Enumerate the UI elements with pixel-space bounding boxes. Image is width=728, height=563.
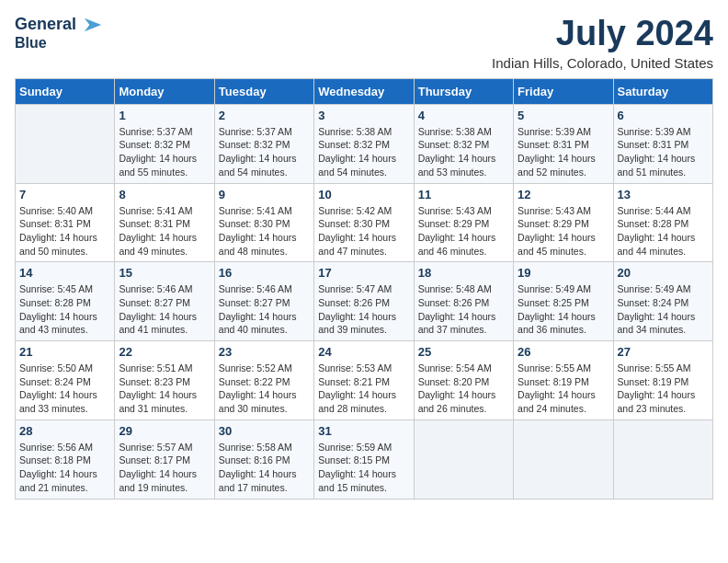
day-number: 29: [119, 424, 210, 438]
calendar-cell: 4Sunrise: 5:38 AM Sunset: 8:32 PM Daylig…: [414, 104, 513, 183]
day-number: 30: [219, 424, 310, 438]
day-number: 24: [318, 345, 409, 359]
calendar-cell: 18Sunrise: 5:48 AM Sunset: 8:26 PM Dayli…: [414, 262, 513, 341]
calendar-cell: 1Sunrise: 5:37 AM Sunset: 8:32 PM Daylig…: [115, 104, 214, 183]
day-number: 1: [119, 109, 210, 122]
calendar-cell: 2Sunrise: 5:37 AM Sunset: 8:32 PM Daylig…: [214, 104, 313, 183]
calendar-week-row: 1Sunrise: 5:37 AM Sunset: 8:32 PM Daylig…: [16, 104, 713, 183]
calendar-cell: 16Sunrise: 5:46 AM Sunset: 8:27 PM Dayli…: [214, 262, 313, 341]
day-info: Sunrise: 5:49 AM Sunset: 8:25 PM Dayligh…: [518, 282, 609, 337]
day-number: 8: [119, 188, 210, 201]
calendar-cell: [414, 419, 513, 499]
calendar-cell: 11Sunrise: 5:43 AM Sunset: 8:29 PM Dayli…: [414, 183, 513, 262]
calendar-week-row: 7Sunrise: 5:40 AM Sunset: 8:31 PM Daylig…: [16, 183, 713, 262]
day-info: Sunrise: 5:41 AM Sunset: 8:31 PM Dayligh…: [119, 204, 210, 259]
day-info: Sunrise: 5:45 AM Sunset: 8:28 PM Dayligh…: [19, 282, 110, 337]
day-info: Sunrise: 5:59 AM Sunset: 8:15 PM Dayligh…: [318, 441, 409, 495]
day-number: 4: [418, 109, 509, 122]
day-info: Sunrise: 5:47 AM Sunset: 8:26 PM Dayligh…: [318, 282, 409, 337]
day-number: 7: [19, 188, 110, 201]
day-info: Sunrise: 5:43 AM Sunset: 8:29 PM Dayligh…: [418, 204, 509, 259]
calendar-cell: 21Sunrise: 5:50 AM Sunset: 8:24 PM Dayli…: [16, 341, 115, 420]
day-number: 20: [618, 266, 709, 280]
calendar-cell: [16, 104, 115, 183]
calendar-cell: 13Sunrise: 5:44 AM Sunset: 8:28 PM Dayli…: [613, 183, 712, 262]
col-header-friday: Friday: [514, 78, 613, 104]
col-header-saturday: Saturday: [613, 78, 712, 104]
day-info: Sunrise: 5:54 AM Sunset: 8:20 PM Dayligh…: [418, 362, 509, 416]
calendar-cell: 3Sunrise: 5:38 AM Sunset: 8:32 PM Daylig…: [314, 104, 414, 183]
day-info: Sunrise: 5:46 AM Sunset: 8:27 PM Dayligh…: [119, 282, 210, 337]
day-info: Sunrise: 5:38 AM Sunset: 8:32 PM Dayligh…: [418, 125, 509, 179]
day-info: Sunrise: 5:37 AM Sunset: 8:32 PM Dayligh…: [119, 125, 210, 179]
day-number: 27: [618, 345, 709, 359]
logo-icon: [83, 15, 103, 35]
col-header-tuesday: Tuesday: [214, 78, 313, 104]
calendar-cell: 23Sunrise: 5:52 AM Sunset: 8:22 PM Dayli…: [214, 341, 313, 420]
calendar-cell: 27Sunrise: 5:55 AM Sunset: 8:19 PM Dayli…: [613, 341, 712, 420]
calendar-cell: 26Sunrise: 5:55 AM Sunset: 8:19 PM Dayli…: [514, 341, 613, 420]
day-number: 31: [318, 424, 409, 438]
day-info: Sunrise: 5:39 AM Sunset: 8:31 PM Dayligh…: [618, 125, 709, 179]
day-number: 5: [518, 109, 609, 122]
day-info: Sunrise: 5:50 AM Sunset: 8:24 PM Dayligh…: [19, 362, 110, 416]
page-header: General Blue July 2024 Indian Hills, Col…: [15, 15, 713, 71]
day-number: 22: [119, 345, 210, 359]
day-info: Sunrise: 5:41 AM Sunset: 8:30 PM Dayligh…: [219, 204, 310, 259]
day-info: Sunrise: 5:44 AM Sunset: 8:28 PM Dayligh…: [618, 204, 709, 259]
col-header-thursday: Thursday: [414, 78, 513, 104]
calendar-table: SundayMondayTuesdayWednesdayThursdayFrid…: [15, 78, 713, 500]
day-info: Sunrise: 5:37 AM Sunset: 8:32 PM Dayligh…: [219, 125, 310, 179]
day-number: 25: [418, 345, 509, 359]
day-info: Sunrise: 5:52 AM Sunset: 8:22 PM Dayligh…: [219, 362, 310, 416]
title-block: July 2024 Indian Hills, Colorado, United…: [492, 15, 713, 71]
day-info: Sunrise: 5:56 AM Sunset: 8:18 PM Dayligh…: [19, 441, 110, 495]
day-number: 10: [318, 188, 409, 201]
day-info: Sunrise: 5:53 AM Sunset: 8:21 PM Dayligh…: [318, 362, 409, 416]
col-header-monday: Monday: [115, 78, 214, 104]
day-number: 3: [318, 109, 409, 122]
day-number: 12: [518, 188, 609, 201]
calendar-cell: 28Sunrise: 5:56 AM Sunset: 8:18 PM Dayli…: [16, 419, 115, 499]
calendar-cell: 31Sunrise: 5:59 AM Sunset: 8:15 PM Dayli…: [314, 419, 414, 499]
day-info: Sunrise: 5:55 AM Sunset: 8:19 PM Dayligh…: [518, 362, 609, 416]
day-number: 9: [219, 188, 310, 201]
day-info: Sunrise: 5:39 AM Sunset: 8:31 PM Dayligh…: [518, 125, 609, 179]
month-title: July 2024: [492, 15, 713, 53]
calendar-cell: 20Sunrise: 5:49 AM Sunset: 8:24 PM Dayli…: [613, 262, 712, 341]
calendar-cell: 8Sunrise: 5:41 AM Sunset: 8:31 PM Daylig…: [115, 183, 214, 262]
day-number: 21: [19, 345, 110, 359]
day-info: Sunrise: 5:42 AM Sunset: 8:30 PM Dayligh…: [318, 204, 409, 259]
calendar-cell: 22Sunrise: 5:51 AM Sunset: 8:23 PM Dayli…: [115, 341, 214, 420]
calendar-cell: 9Sunrise: 5:41 AM Sunset: 8:30 PM Daylig…: [214, 183, 313, 262]
calendar-cell: 17Sunrise: 5:47 AM Sunset: 8:26 PM Dayli…: [314, 262, 414, 341]
day-number: 11: [418, 188, 509, 201]
day-info: Sunrise: 5:55 AM Sunset: 8:19 PM Dayligh…: [618, 362, 709, 416]
day-number: 28: [19, 424, 110, 438]
col-header-sunday: Sunday: [16, 78, 115, 104]
calendar-cell: [514, 419, 613, 499]
calendar-cell: 5Sunrise: 5:39 AM Sunset: 8:31 PM Daylig…: [514, 104, 613, 183]
calendar-cell: 19Sunrise: 5:49 AM Sunset: 8:25 PM Dayli…: [514, 262, 613, 341]
day-info: Sunrise: 5:46 AM Sunset: 8:27 PM Dayligh…: [219, 282, 310, 337]
day-number: 26: [518, 345, 609, 359]
logo-text: General: [15, 15, 103, 35]
calendar-cell: 30Sunrise: 5:58 AM Sunset: 8:16 PM Dayli…: [214, 419, 313, 499]
calendar-week-row: 14Sunrise: 5:45 AM Sunset: 8:28 PM Dayli…: [16, 262, 713, 341]
day-info: Sunrise: 5:49 AM Sunset: 8:24 PM Dayligh…: [618, 282, 709, 337]
day-number: 19: [518, 266, 609, 280]
calendar-cell: 10Sunrise: 5:42 AM Sunset: 8:30 PM Dayli…: [314, 183, 414, 262]
calendar-cell: 14Sunrise: 5:45 AM Sunset: 8:28 PM Dayli…: [16, 262, 115, 341]
day-number: 15: [119, 266, 210, 280]
calendar-cell: 6Sunrise: 5:39 AM Sunset: 8:31 PM Daylig…: [613, 104, 712, 183]
day-info: Sunrise: 5:58 AM Sunset: 8:16 PM Dayligh…: [219, 441, 310, 495]
day-info: Sunrise: 5:40 AM Sunset: 8:31 PM Dayligh…: [19, 204, 110, 259]
day-info: Sunrise: 5:48 AM Sunset: 8:26 PM Dayligh…: [418, 282, 509, 337]
day-info: Sunrise: 5:38 AM Sunset: 8:32 PM Dayligh…: [318, 125, 409, 179]
day-number: 16: [219, 266, 310, 280]
day-info: Sunrise: 5:43 AM Sunset: 8:29 PM Dayligh…: [518, 204, 609, 259]
calendar-cell: 29Sunrise: 5:57 AM Sunset: 8:17 PM Dayli…: [115, 419, 214, 499]
calendar-cell: 24Sunrise: 5:53 AM Sunset: 8:21 PM Dayli…: [314, 341, 414, 420]
calendar-header-row: SundayMondayTuesdayWednesdayThursdayFrid…: [16, 78, 713, 104]
calendar-cell: 15Sunrise: 5:46 AM Sunset: 8:27 PM Dayli…: [115, 262, 214, 341]
